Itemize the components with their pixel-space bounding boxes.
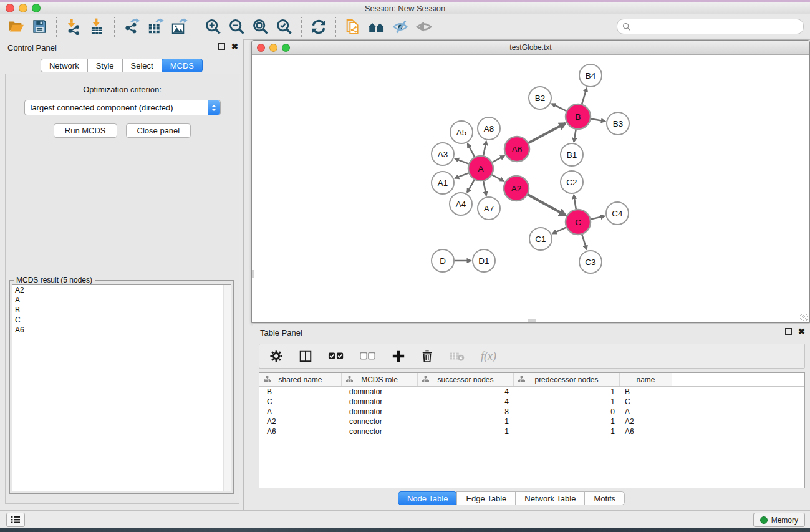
- column-header-successor-nodes[interactable]: successor nodes: [418, 373, 514, 386]
- table-row[interactable]: Adominator80A: [259, 407, 804, 417]
- open-session-button[interactable]: [4, 16, 27, 37]
- toolbar-separator: [196, 17, 196, 37]
- network-canvas[interactable]: B4B2BB3A5A8A6A3B1AA1C2A2A4A7C4CC1DD1C3: [252, 55, 808, 322]
- edge-A6-B[interactable]: [527, 123, 566, 144]
- refresh-icon: [311, 19, 327, 35]
- node-label-A3: A3: [438, 150, 448, 159]
- memory-status-icon: [760, 516, 768, 524]
- result-item[interactable]: A2: [12, 285, 231, 295]
- zoom-in-button[interactable]: [201, 16, 225, 37]
- column-header-predecessor-nodes[interactable]: predecessor nodes: [514, 373, 620, 386]
- tab-edge-table[interactable]: Edge Table: [456, 491, 516, 505]
- home-button[interactable]: [365, 16, 388, 37]
- refresh-button[interactable]: [307, 16, 330, 37]
- close-panel-button[interactable]: Close panel: [126, 123, 191, 138]
- optimization-criterion-label: Optimization criterion:: [6, 85, 239, 94]
- edge-C-C1[interactable]: [552, 226, 567, 233]
- column-header-MCDS-role[interactable]: MCDS role: [342, 373, 418, 386]
- tab-network[interactable]: Network: [41, 59, 88, 72]
- close-panel-icon[interactable]: ✖: [231, 43, 238, 50]
- show-graphics-button[interactable]: [412, 16, 436, 37]
- tab-motifs[interactable]: Motifs: [584, 491, 625, 505]
- export-network-button[interactable]: [120, 16, 143, 37]
- result-item[interactable]: A6: [12, 325, 231, 335]
- edge-A-A2[interactable]: [491, 174, 504, 181]
- duplicate-network-button[interactable]: [341, 16, 365, 37]
- edge-A-A1[interactable]: [455, 172, 471, 178]
- criterion-dropdown[interactable]: largest connected component (directed): [24, 100, 221, 115]
- edge-A-A6[interactable]: [491, 156, 504, 163]
- column-layout-button[interactable]: [299, 349, 312, 363]
- resize-grip-icon[interactable]: [800, 314, 808, 321]
- tab-style[interactable]: Style: [87, 59, 123, 72]
- edge-A-A7[interactable]: [483, 180, 486, 196]
- search-field[interactable]: [617, 19, 804, 34]
- edge-A-A3[interactable]: [455, 158, 471, 164]
- edge-C-C3[interactable]: [581, 233, 586, 249]
- tab-mcds[interactable]: MCDS: [162, 59, 203, 72]
- result-item[interactable]: B: [12, 305, 231, 315]
- import-table-icon: [89, 18, 106, 35]
- function-builder-button[interactable]: f(x): [481, 350, 496, 363]
- table-row[interactable]: Cdominator41C: [259, 397, 804, 407]
- edge-B-B1[interactable]: [574, 128, 576, 142]
- table-panel-header: Table Panel ✖: [253, 324, 810, 341]
- edge-B-B2[interactable]: [552, 104, 568, 112]
- zoom-out-button[interactable]: [225, 16, 249, 37]
- edge-C-C2[interactable]: [574, 195, 576, 211]
- import-network-button[interactable]: [62, 16, 85, 37]
- task-history-button[interactable]: [6, 513, 25, 527]
- tab-node-table[interactable]: Node Table: [398, 491, 458, 505]
- zoom-fit-button[interactable]: [249, 16, 272, 37]
- result-item[interactable]: A: [12, 295, 231, 305]
- control-panel-tabs: NetworkStyleSelectMCDS: [0, 59, 243, 72]
- memory-button[interactable]: Memory: [753, 513, 805, 527]
- cell-predecessor-nodes: 1: [514, 387, 620, 396]
- column-layout-icon: [299, 349, 312, 363]
- cell-name: A: [620, 407, 672, 416]
- tab-select[interactable]: Select: [122, 59, 162, 72]
- save-session-button[interactable]: [27, 16, 51, 37]
- table-settings-button[interactable]: [269, 349, 283, 363]
- node-label-B1: B1: [567, 150, 577, 160]
- horizontal-scroll-indicator[interactable]: [528, 319, 536, 322]
- edge-C-C4[interactable]: [589, 216, 605, 220]
- float-panel-icon[interactable]: [218, 43, 225, 50]
- edge-A-A5[interactable]: [468, 144, 476, 159]
- export-table-button[interactable]: [143, 16, 167, 37]
- zoom-selected-button[interactable]: [272, 16, 296, 37]
- delete-table-button[interactable]: [449, 351, 465, 362]
- float-table-panel-icon[interactable]: [785, 328, 792, 335]
- table-row[interactable]: Bdominator41B: [259, 387, 804, 397]
- app-window: Session: New Session: [0, 0, 810, 532]
- vertical-scroll-indicator[interactable]: [252, 270, 254, 278]
- deselect-all-columns-button[interactable]: [360, 352, 376, 360]
- column-header-name[interactable]: name: [620, 373, 672, 386]
- edge-A2-C[interactable]: [526, 194, 566, 215]
- edge-A-A8[interactable]: [483, 142, 486, 158]
- hide-graphics-button[interactable]: [388, 16, 412, 37]
- column-header-shared-name[interactable]: shared name: [259, 373, 342, 386]
- cell-MCDS-role: connector: [342, 427, 418, 436]
- table-row[interactable]: A2connector11A2: [259, 417, 804, 427]
- close-table-panel-icon[interactable]: ✖: [798, 328, 805, 335]
- edge-B-B4[interactable]: [581, 88, 587, 106]
- toolbar-separator: [114, 17, 115, 37]
- node-label-C4: C4: [612, 209, 623, 218]
- select-all-columns-button[interactable]: [328, 352, 344, 360]
- delete-column-button[interactable]: [421, 349, 433, 363]
- home-icon: [367, 17, 386, 36]
- result-list-scrollbar[interactable]: [223, 285, 231, 491]
- search-input[interactable]: [631, 21, 803, 33]
- create-column-button[interactable]: [392, 349, 405, 363]
- mcds-result-title: MCDS result (5 nodes): [14, 276, 95, 284]
- import-table-button[interactable]: [85, 16, 109, 37]
- table-row[interactable]: A6connector11A6: [259, 427, 804, 437]
- save-session-icon: [32, 19, 47, 34]
- export-image-button[interactable]: [167, 16, 191, 37]
- edge-A-A4[interactable]: [467, 178, 475, 193]
- edge-B-B3[interactable]: [589, 118, 605, 121]
- run-mcds-button[interactable]: Run MCDS: [54, 123, 117, 138]
- result-item[interactable]: C: [12, 315, 231, 325]
- tab-network-table[interactable]: Network Table: [515, 491, 585, 505]
